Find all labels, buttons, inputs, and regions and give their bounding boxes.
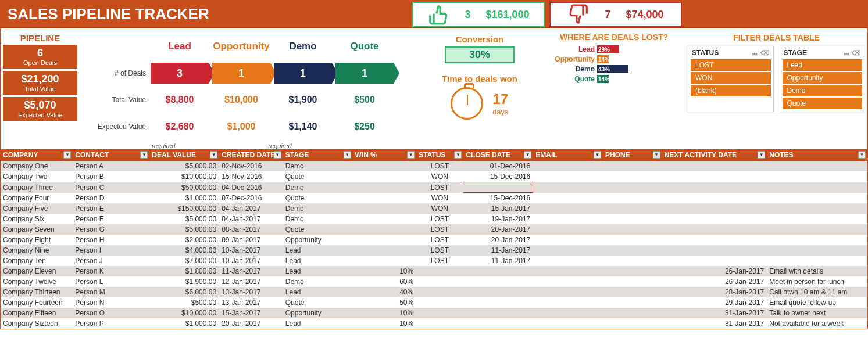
chevron-quote: 1 [335, 63, 394, 84]
filter-dropdown-icon[interactable]: ▼ [63, 151, 71, 159]
column-header[interactable]: STATUS▼ [416, 149, 463, 161]
slicer-item[interactable]: Demo [783, 85, 863, 96]
kpi-lost: 7 $74,000 [549, 2, 682, 27]
column-header[interactable]: NEXT ACTIVITY DATE▼ [662, 149, 767, 161]
timewon-value: 17 [492, 91, 508, 107]
lost-bar-row: Opportunity14% [547, 55, 681, 63]
timewon-label: Time to deals won [416, 74, 544, 84]
slicer-item[interactable]: (blank) [691, 85, 771, 96]
column-header[interactable]: COMPANY▼ [1, 149, 73, 161]
column-header[interactable]: NOTES▼ [767, 149, 867, 161]
conversion-panel: Conversion 30% Time to deals won 17 days [416, 33, 544, 140]
thumbs-down-icon [567, 3, 590, 26]
filter-dropdown-icon[interactable]: ▼ [274, 151, 281, 159]
column-header[interactable]: STAGE▼ [283, 149, 352, 161]
filter-dropdown-icon[interactable]: ▼ [344, 151, 351, 159]
stage-header-demo: Demo [274, 41, 332, 52]
lost-amount: $74,000 [626, 9, 663, 21]
table-row[interactable]: Company ElevenPerson K$1,800.0011-Jan-20… [1, 266, 867, 276]
clear-filter-icon[interactable]: ⌫ [852, 49, 861, 56]
header-bar: SALES PIPELINE TRACKER 3 $161,000 7 $74,… [1, 1, 867, 28]
filter-dropdown-icon[interactable]: ▼ [858, 151, 866, 159]
row-label-total: Total Value [81, 96, 151, 104]
table-row[interactable]: Company ThirteenPerson M$6,000.0013-Jan-… [1, 287, 867, 297]
slicer-item[interactable]: Quote [783, 98, 863, 109]
table-row[interactable]: Company EightPerson H$2,000.0009-Jan-201… [1, 235, 867, 245]
table-row[interactable]: Company SixPerson F$5,000.0004-Jan-2017D… [1, 214, 867, 224]
column-header[interactable]: WIN %▼ [352, 149, 416, 161]
lost-bar-row: Quote14% [547, 75, 681, 83]
chevron-lead: 3 [151, 63, 209, 84]
slicer-status[interactable]: STATUS ⅏ ⌫ LOSTWON(blank) [688, 46, 774, 112]
slicer-stage-label: STAGE [784, 49, 807, 57]
deals-lost-header: WHERE ARE DEALS LOST? [547, 33, 681, 42]
filter-dropdown-icon[interactable]: ▼ [140, 151, 148, 159]
stage-header-lead: Lead [151, 41, 209, 52]
stopwatch-icon [451, 87, 483, 120]
conversion-label: Conversion [416, 34, 544, 44]
won-count: 3 [465, 9, 470, 21]
column-header[interactable]: CLOSE DATE▼ [463, 149, 533, 161]
filter-dropdown-icon[interactable]: ▼ [594, 151, 601, 159]
page-title: SALES PIPELINE TRACKER [1, 1, 412, 27]
multiselect-icon[interactable]: ⅏ [844, 49, 850, 56]
expected-value-box: $5,070 Expected Value [3, 97, 77, 121]
stages-panel: Lead Opportunity Demo Quote # of Deals 3… [81, 33, 412, 140]
multiselect-icon[interactable]: ⅏ [752, 49, 758, 56]
filter-dropdown-icon[interactable]: ▼ [407, 151, 415, 159]
pipeline-panel: PIPELINE 6 Open Deals $21,200 Total Valu… [3, 33, 77, 140]
won-amount: $161,000 [485, 9, 529, 21]
table-row[interactable]: Company FifteenPerson O$10,000.0015-Jan-… [1, 308, 867, 318]
table-row[interactable]: Company ThreePerson C$50,000.0004-Dec-20… [1, 182, 867, 193]
column-header[interactable]: EMAIL▼ [533, 149, 603, 161]
table-row[interactable]: Company TwelvePerson L$1,900.0012-Jan-20… [1, 276, 867, 287]
kpi-won: 3 $161,000 [412, 2, 545, 27]
table-row[interactable]: Company OnePerson A$5,000.0002-Nov-2016D… [1, 161, 867, 171]
lost-bar-row: Lead29% [547, 45, 681, 53]
filter-dropdown-icon[interactable]: ▼ [653, 151, 660, 159]
table-row[interactable]: Company FivePerson E$150,000.0004-Jan-20… [1, 203, 867, 214]
chevron-demo: 1 [274, 63, 332, 84]
table-row[interactable]: Company NinePerson I$4,000.0010-Jan-2017… [1, 245, 867, 256]
table-row[interactable]: Company TenPerson J$7,000.0010-Jan-2017L… [1, 256, 867, 266]
slicer-item[interactable]: LOST [691, 59, 771, 71]
slicer-item[interactable]: WON [691, 72, 771, 84]
deals-table[interactable]: COMPANY▼CONTACT▼DEAL VALUE▼CREATED DATE▼… [1, 149, 867, 329]
filter-dropdown-icon[interactable]: ▼ [758, 151, 765, 159]
thumbs-up-icon [427, 3, 449, 26]
filter-panel: FILTER DEALS TABLE STATUS ⅏ ⌫ LOSTWON(bl… [684, 33, 865, 140]
open-deals-box: 6 Open Deals [3, 45, 77, 69]
table-row[interactable]: Company FourPerson D$1,000.0007-Dec-2016… [1, 193, 867, 204]
conversion-value: 30% [445, 46, 515, 63]
table-row[interactable]: Company TwoPerson B$10,000.0015-Nov-2016… [1, 171, 867, 182]
lost-bar-row: Demo43% [547, 65, 681, 73]
total-value-box: $21,200 Total Value [3, 71, 77, 95]
lost-count: 7 [605, 9, 610, 21]
stage-header-opportunity: Opportunity [212, 41, 270, 52]
deals-lost-panel: WHERE ARE DEALS LOST? Lead29%Opportunity… [547, 33, 681, 140]
slicer-item[interactable]: Lead [783, 59, 863, 71]
filter-dropdown-icon[interactable]: ▼ [454, 151, 462, 159]
timewon-unit: days [492, 107, 508, 116]
row-label-expected: Expected Value [81, 123, 151, 131]
pipeline-header: PIPELINE [3, 33, 77, 43]
table-row[interactable]: Company FourteenPerson N$500.0013-Jan-20… [1, 297, 867, 308]
column-header[interactable]: DEAL VALUE▼ [149, 149, 219, 161]
filter-dropdown-icon[interactable]: ▼ [524, 151, 531, 159]
table-row[interactable]: Company SizteenPerson P$1,000.0020-Jan-2… [1, 318, 867, 329]
column-header[interactable]: CONTACT▼ [73, 149, 149, 161]
slicer-item[interactable]: Opportunity [783, 72, 863, 84]
table-row[interactable]: Company SevenPerson G$5,000.0008-Jan-201… [1, 224, 867, 235]
slicer-stage[interactable]: STAGE ⅏ ⌫ LeadOpportunityDemoQuote [780, 46, 866, 112]
filter-header: FILTER DEALS TABLE [688, 33, 865, 42]
slicer-status-label: STATUS [692, 49, 719, 57]
chevron-opportunity: 1 [212, 63, 270, 84]
filter-dropdown-icon[interactable]: ▼ [210, 151, 217, 159]
stage-header-quote: Quote [335, 41, 394, 52]
row-label-deals: # of Deals [81, 69, 151, 77]
clear-filter-icon[interactable]: ⌫ [760, 49, 770, 56]
column-header[interactable]: CREATED DATE▼ [219, 149, 283, 161]
column-header[interactable]: PHONE▼ [603, 149, 662, 161]
